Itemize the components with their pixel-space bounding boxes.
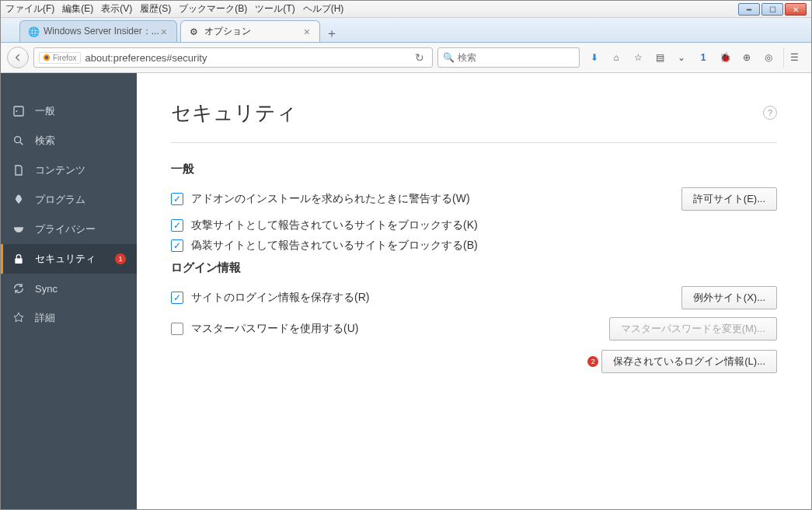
checkbox-icon bbox=[171, 239, 183, 252]
checkbox-warn-addon[interactable]: アドオンのインストールを求められたときに警告する(W) bbox=[171, 192, 470, 206]
gear-icon: ⚙ bbox=[189, 26, 200, 37]
tab-inactive[interactable]: 🌐 Windows Server Insider：... × bbox=[19, 20, 177, 42]
checkbox-label: サイトのログイン情報を保存する(R) bbox=[191, 291, 369, 305]
checkbox-use-master[interactable]: マスターパスワードを使用する(U) bbox=[171, 322, 358, 336]
menu-edit[interactable]: 編集(E) bbox=[62, 2, 93, 16]
help-button[interactable]: ? bbox=[763, 106, 777, 120]
checkbox-block-attack[interactable]: 攻撃サイトとして報告されているサイトをブロックする(K) bbox=[171, 218, 777, 232]
search-input[interactable] bbox=[458, 52, 574, 63]
app-menu-button[interactable]: ☰ bbox=[783, 47, 805, 68]
arrow-left-icon bbox=[12, 52, 23, 63]
downloads-icon[interactable]: ⬇ bbox=[587, 51, 601, 65]
sidebar-item-privacy[interactable]: プライバシー bbox=[1, 215, 137, 244]
firefox-icon bbox=[43, 54, 51, 61]
menu-view[interactable]: 表示(V) bbox=[101, 2, 132, 16]
nav-toolbar: Firefox ↻ 🔍 ⬇ ⌂ ☆ ▤ ⌄ 1 🐞 ⊕ ◎ ☰ bbox=[1, 43, 811, 73]
svg-rect-6 bbox=[15, 258, 22, 264]
home-icon[interactable]: ⌂ bbox=[609, 51, 623, 65]
toolbar-icons: ⬇ ⌂ ☆ ▤ ⌄ 1 🐞 ⊕ ◎ bbox=[584, 51, 779, 65]
tab-close-icon[interactable]: × bbox=[159, 26, 169, 38]
sidebar-item-label: コンテンツ bbox=[35, 163, 85, 177]
checkbox-icon bbox=[171, 323, 183, 335]
new-tab-button[interactable]: ＋ bbox=[323, 26, 340, 42]
exceptions-button[interactable]: 例外サイト(X)... bbox=[681, 286, 777, 309]
checkbox-icon bbox=[171, 292, 183, 304]
sidebar-item-content[interactable]: コンテンツ bbox=[1, 155, 137, 185]
pocket-icon[interactable]: ⌄ bbox=[674, 51, 688, 65]
change-master-button: マスターパスワードを変更(M)... bbox=[609, 317, 777, 341]
menu-tools[interactable]: ツール(T) bbox=[255, 2, 294, 16]
sync-icon bbox=[12, 281, 26, 295]
onepassword-icon[interactable]: 1 bbox=[696, 51, 710, 65]
svg-rect-2 bbox=[14, 107, 23, 116]
extension-icon[interactable]: 🐞 bbox=[718, 51, 732, 65]
preferences-sidebar: 一般 検索 コンテンツ プログラム プライバシー セキュリティ 1 Sync bbox=[1, 73, 137, 510]
sidebar-item-search[interactable]: 検索 bbox=[1, 126, 137, 155]
page-title: セキュリティ bbox=[171, 100, 777, 143]
sidebar-item-label: 詳細 bbox=[35, 311, 55, 325]
sidebar-item-general[interactable]: 一般 bbox=[1, 96, 137, 126]
lock-icon bbox=[12, 252, 26, 266]
section-login-heading: ログイン情報 bbox=[171, 260, 777, 275]
checkbox-label: アドオンのインストールを求められたときに警告する(W) bbox=[191, 192, 470, 206]
checkbox-label: マスターパスワードを使用する(U) bbox=[191, 322, 358, 336]
minimize-button[interactable]: ━ bbox=[738, 3, 760, 16]
sidebar-item-security[interactable]: セキュリティ 1 bbox=[1, 244, 137, 274]
sidebar-item-sync[interactable]: Sync bbox=[1, 274, 137, 303]
tab-active[interactable]: ⚙ オプション × bbox=[180, 20, 320, 42]
svg-point-1 bbox=[45, 56, 48, 59]
checkbox-block-forgery[interactable]: 偽装サイトとして報告されているサイトをブロックする(B) bbox=[171, 239, 777, 253]
preferences-main: ? セキュリティ 一般 アドオンのインストールを求められたときに警告する(W) … bbox=[137, 73, 811, 510]
svg-point-4 bbox=[15, 137, 21, 143]
menu-history[interactable]: 履歴(S) bbox=[140, 2, 171, 16]
rocket-icon bbox=[12, 193, 26, 207]
sidebar-item-advanced[interactable]: 詳細 bbox=[1, 303, 137, 333]
content-area: 一般 検索 コンテンツ プログラム プライバシー セキュリティ 1 Sync bbox=[1, 73, 811, 510]
advanced-icon bbox=[12, 311, 26, 325]
menu-file[interactable]: ファイル(F) bbox=[5, 2, 54, 16]
maximize-button[interactable]: ☐ bbox=[761, 3, 783, 16]
permitted-sites-button[interactable]: 許可サイト(E)... bbox=[681, 187, 777, 211]
sidebar-item-label: セキュリティ bbox=[35, 252, 96, 266]
menu-help[interactable]: ヘルプ(H) bbox=[303, 2, 344, 16]
url-input[interactable] bbox=[85, 52, 412, 64]
annotation-badge: 2 bbox=[587, 356, 598, 367]
identity-box[interactable]: Firefox bbox=[39, 52, 81, 64]
svg-line-5 bbox=[20, 142, 23, 145]
menubar: ファイル(F) 編集(E) 表示(V) 履歴(S) ブックマーク(B) ツール(… bbox=[1, 1, 811, 18]
saved-logins-button[interactable]: 保存されているログイン情報(L)... bbox=[601, 350, 777, 373]
checkbox-save-login[interactable]: サイトのログイン情報を保存する(R) bbox=[171, 291, 369, 305]
document-icon bbox=[12, 163, 26, 177]
globe-icon: 🌐 bbox=[28, 26, 39, 37]
sidebar-item-label: 検索 bbox=[35, 134, 55, 148]
section-general-heading: 一般 bbox=[171, 162, 777, 176]
sidebar-item-label: Sync bbox=[35, 283, 58, 295]
sidebar-item-label: プライバシー bbox=[35, 222, 96, 236]
svg-point-3 bbox=[16, 110, 17, 112]
menu-bookmarks[interactable]: ブックマーク(B) bbox=[179, 2, 247, 16]
window-controls: ━ ☐ ✕ bbox=[738, 3, 807, 16]
search-icon: 🔍 bbox=[443, 52, 455, 63]
bookmark-star-icon[interactable]: ☆ bbox=[631, 51, 645, 65]
mask-icon bbox=[12, 222, 26, 236]
checkbox-icon bbox=[171, 193, 183, 205]
sidebar-item-label: プログラム bbox=[35, 193, 85, 207]
tab-strip: 🌐 Windows Server Insider：... × ⚙ オプション ×… bbox=[1, 18, 811, 43]
search-bar[interactable]: 🔍 bbox=[437, 47, 580, 68]
url-bar[interactable]: Firefox ↻ bbox=[33, 47, 433, 68]
web-icon[interactable]: ⊕ bbox=[740, 51, 754, 65]
sidebar-item-label: 一般 bbox=[35, 104, 55, 118]
target-icon[interactable]: ◎ bbox=[761, 51, 775, 65]
reload-button[interactable]: ↻ bbox=[412, 51, 427, 64]
tab-label: オプション bbox=[204, 25, 251, 38]
tab-label: Windows Server Insider：... bbox=[44, 25, 159, 38]
back-button[interactable] bbox=[7, 47, 29, 68]
general-icon bbox=[12, 104, 26, 118]
list-icon[interactable]: ▤ bbox=[653, 51, 667, 65]
tab-close-icon[interactable]: × bbox=[302, 26, 312, 38]
checkbox-icon bbox=[171, 219, 183, 232]
sidebar-item-programs[interactable]: プログラム bbox=[1, 185, 137, 215]
annotation-badge: 1 bbox=[115, 253, 126, 264]
close-button[interactable]: ✕ bbox=[785, 3, 807, 16]
search-icon bbox=[12, 134, 26, 148]
